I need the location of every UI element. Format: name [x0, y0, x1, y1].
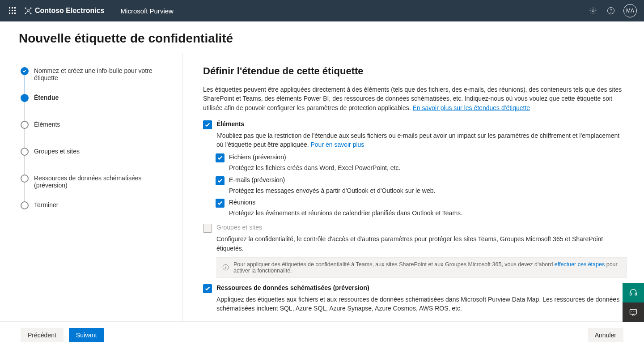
checkbox-schematized[interactable] [203, 284, 212, 293]
svg-point-18 [592, 10, 594, 12]
svg-line-15 [29, 9, 31, 10]
avatar[interactable]: MA [623, 4, 637, 17]
svg-line-17 [29, 12, 31, 13]
checkbox-groups [203, 224, 212, 233]
scope-learn-more-link[interactable]: En savoir plus sur les étendues d'étique… [413, 104, 530, 111]
label-items: Éléments [216, 120, 244, 128]
org-logo: Contoso Electronics [24, 7, 105, 15]
main-description: Les étiquettes peuvent être appliquées d… [203, 85, 627, 112]
step-groups[interactable]: Groupes et sites [21, 148, 173, 174]
body-emails: Protégez les messages envoyés à partir d… [229, 186, 627, 195]
checkbox-meetings[interactable] [216, 199, 225, 208]
body-groups: Configurez la confidentialité, le contrô… [216, 234, 627, 253]
svg-rect-8 [14, 13, 16, 14]
svg-line-16 [26, 12, 28, 13]
groups-steps-link[interactable]: effectuer ces étapes [555, 261, 605, 268]
body-meetings: Protégez les événements et réunions de c… [229, 209, 627, 217]
side-widgets [623, 283, 644, 322]
step-finish[interactable]: Terminer [21, 201, 173, 210]
label-schematized: Ressources de données schématisées (prév… [216, 284, 369, 291]
svg-rect-26 [630, 309, 637, 314]
headset-icon[interactable] [623, 283, 644, 302]
page-title: Nouvelle étiquette de confidentialité [0, 21, 644, 53]
wizard-stepper: Nommez et créez une info-bulle pour votr… [0, 53, 182, 321]
label-groups: Groupes et sites [216, 224, 262, 231]
label-emails: E-mails (préversion) [229, 176, 285, 183]
wizard-footer: Précédent Suivant Annuler [0, 321, 644, 348]
step-items[interactable]: Éléments [21, 121, 173, 148]
back-button[interactable]: Précédent [21, 328, 64, 342]
step-scope[interactable]: Étendue [21, 94, 173, 121]
svg-rect-6 [9, 13, 10, 14]
checkbox-emails[interactable] [216, 176, 225, 185]
step-name[interactable]: Nommez et créez une info-bulle pour votr… [21, 67, 173, 94]
svg-rect-1 [12, 7, 13, 9]
app-name: Microsoft Purview [121, 7, 174, 15]
checkbox-files[interactable] [216, 153, 225, 162]
items-learn-more-link[interactable]: Pour en savoir plus [311, 141, 364, 148]
svg-rect-3 [9, 10, 10, 11]
settings-icon[interactable] [584, 2, 602, 20]
svg-rect-7 [12, 13, 13, 14]
next-button[interactable]: Suivant [69, 328, 104, 342]
cancel-button[interactable]: Annuler [588, 328, 623, 342]
top-bar: Contoso Electronics Microsoft Purview MA [0, 0, 644, 21]
svg-rect-25 [635, 293, 636, 295]
label-files: Fichiers (préversion) [229, 153, 286, 161]
svg-rect-24 [630, 293, 631, 295]
svg-rect-5 [14, 10, 16, 11]
step-resources[interactable]: Ressources de données schématisées (prév… [21, 174, 173, 201]
svg-point-20 [611, 12, 611, 13]
main-panel: Définir l'étendue de cette étiquette Les… [182, 53, 644, 321]
body-schematized: Appliquez des étiquettes aux fichiers et… [216, 295, 627, 313]
help-icon[interactable] [602, 2, 620, 20]
svg-rect-0 [9, 7, 10, 9]
svg-point-23 [225, 266, 226, 267]
body-files: Protégez les fichiers créés dans Word, E… [229, 163, 627, 172]
info-bar-groups: Pour appliquer des étiquettes de confide… [216, 257, 627, 278]
waffle-icon[interactable] [4, 2, 21, 20]
main-heading: Définir l'étendue de cette étiquette [203, 65, 627, 77]
org-name: Contoso Electronics [35, 7, 105, 15]
svg-rect-4 [12, 10, 13, 11]
body-items: N'oubliez pas que la restriction de l'ét… [216, 131, 627, 149]
svg-line-14 [26, 9, 28, 10]
feedback-icon[interactable] [623, 302, 644, 322]
checkbox-items[interactable] [203, 120, 212, 129]
svg-rect-2 [14, 7, 16, 9]
label-meetings: Réunions [229, 199, 255, 206]
